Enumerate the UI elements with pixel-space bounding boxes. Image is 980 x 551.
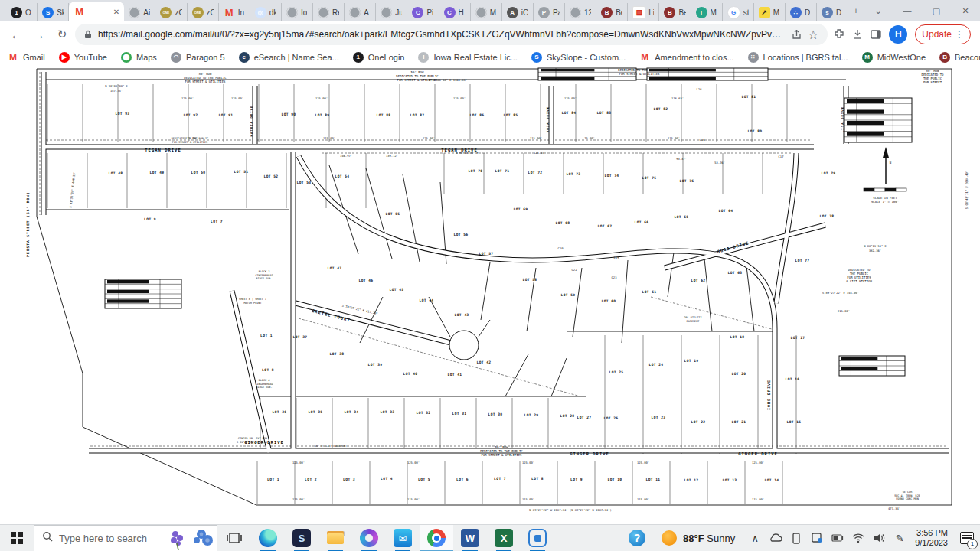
bookmark-label: Iowa Real Estate Lic... [433,53,517,62]
bookmark-item[interactable]: MGmail [8,52,45,63]
security-icon[interactable] [808,527,826,549]
wifi-icon[interactable] [849,527,867,549]
browser-tab[interactable]: ▤Li [628,3,659,21]
map-annotation: GINGER DR. EXT ROW [238,437,268,440]
lot-label: LOT 81 [742,95,756,99]
lot-label: LOT 79 [822,171,836,175]
action-center-button[interactable]: 1 [954,525,980,551]
tab-label: D [836,8,841,17]
maximize-button[interactable]: ▢ [922,0,951,21]
search-flowers-decoration[interactable] [168,527,215,551]
tab-close-icon[interactable]: ✕ [113,8,119,16]
browser-tab[interactable]: CPi [407,3,439,21]
bookmark-item[interactable]: SSkySlope - Custom... [531,52,626,63]
lot-label: LOT 62 [691,279,706,282]
lot-label: LOT 33 [381,410,395,414]
browser-tab[interactable]: BBe [596,3,628,21]
close-button[interactable]: ✕ [951,0,980,21]
dimension-label: S 89°27'22" E 345.00' [822,291,859,295]
chrome-taskbar-button[interactable] [420,525,453,551]
tab-active-gmail[interactable]: M✕ [69,2,124,21]
downloads-icon[interactable] [852,29,863,40]
new-tab-button[interactable]: + [848,0,864,21]
bookmark-item[interactable]: ⬤Maps [121,52,157,63]
back-button[interactable]: ← [6,24,26,44]
lot-label: LOT 88 [377,113,391,117]
bookmark-item[interactable]: IIowa Real Estate Lic... [418,52,517,63]
browser-tab[interactable]: Re [313,3,345,21]
taskbar-search-input[interactable]: Type here to search [34,525,217,551]
task-view-icon [227,532,242,544]
lot-label: LOT 26 [604,416,619,420]
browser-tab[interactable]: BBe [659,3,691,21]
pen-icon[interactable]: ✎ [890,527,909,549]
bookmark-item[interactable]: MMidWestOne [862,52,926,63]
edge-taskbar-button[interactable] [251,525,285,551]
bookmark-item[interactable]: ∷Locations | BGRS tal... [748,52,848,63]
tab-search-icon[interactable]: ⌄ [864,0,893,21]
browser-tab[interactable]: ↗M [754,3,786,21]
profile-avatar[interactable]: H [889,25,907,44]
minimize-button[interactable]: — [893,0,922,21]
browser-tab[interactable]: ◎dk [250,3,282,21]
lot-label: LOT 80 [748,129,763,133]
plat-map-document[interactable]: TEGAN DRIVETEGAN DRIVEGINGER DRIVEGINGER… [0,67,980,524]
bookmark-item[interactable]: 1OneLogin [353,52,405,63]
browser-tab[interactable]: ONEzO [155,3,187,21]
lot-label: LOT 24 [649,363,664,367]
browser-tab[interactable]: Ai [124,3,155,21]
word-taskbar-button[interactable]: W [453,525,487,551]
extensions-puzzle-icon[interactable] [834,29,844,40]
browser-tab[interactable]: Io [282,3,313,21]
file-explorer-taskbar-button[interactable] [318,525,352,551]
reload-button[interactable]: ↻ [52,24,72,44]
update-button[interactable]: Update ⋮ [915,24,971,44]
bookmark-item[interactable]: BBeacon [939,52,980,63]
bookmark-item[interactable]: eeSearch | Name Sea... [239,52,339,63]
bookmark-item[interactable]: ▶YouTube [59,52,107,63]
get-help-app[interactable]: ? [620,525,654,551]
chrome-menu-icon[interactable]: ⋮ [955,29,964,40]
lot-label: LOT 77 [795,259,810,262]
browser-tab[interactable]: sD [817,3,848,21]
bookmark-star-icon[interactable]: ☆ [808,28,818,42]
lot-label: LOT 89 [315,113,330,117]
system-tray: ∧ ✎ [746,527,909,549]
lot-label: LOT 87 [410,113,425,117]
browser-tab[interactable]: TM [691,3,723,21]
tray-expand-icon[interactable]: ∧ [746,527,764,549]
browser-tab[interactable]: A [345,3,376,21]
taskbar-clock[interactable]: 3:56 PM 9/1/2023 [909,528,954,548]
browser-tab[interactable]: 12 [565,3,596,21]
forward-button[interactable]: → [29,24,49,44]
browser-tab[interactable]: M [471,3,502,21]
loop-app-taskbar-button[interactable] [352,525,386,551]
volume-icon[interactable] [870,527,888,549]
browser-tab[interactable]: PPa [534,3,565,21]
browser-tab[interactable]: ∴D [786,3,817,21]
browser-tab[interactable]: MIn [219,3,250,21]
address-bar[interactable]: https://mail.google.com/mail/u/0/?zx=xg2… [75,24,828,45]
weather-widget[interactable]: 88°F Sunny [654,530,743,546]
mail-taskbar-button[interactable]: ✉ [386,525,420,551]
shift-app-taskbar-button[interactable]: S [285,525,318,551]
browser-tab[interactable]: ONEzO [188,3,219,21]
browser-tab[interactable]: Gst [723,3,754,21]
browser-tab[interactable]: AiC [502,3,534,21]
bookmark-item[interactable]: MAmendment to clos... [639,52,733,63]
task-view-taskbar-button[interactable] [217,525,251,551]
lot-label: LOT 49 [150,171,165,174]
bookmark-item[interactable]: ◠Paragon 5 [171,52,225,63]
start-button[interactable] [0,525,34,551]
browser-tab[interactable]: 1O [6,3,38,21]
onedrive-cloud-icon[interactable] [766,527,785,549]
side-panel-icon[interactable] [871,29,881,40]
share-icon[interactable] [792,30,802,40]
camera-app-taskbar-button[interactable] [521,525,554,551]
browser-tab[interactable]: CH [439,3,471,21]
phone-link-icon[interactable] [787,527,805,549]
browser-tab[interactable]: Ju [376,3,407,21]
browser-tab[interactable]: SSk [38,3,69,21]
excel-taskbar-button[interactable]: X [487,525,521,551]
battery-icon[interactable] [828,527,847,549]
